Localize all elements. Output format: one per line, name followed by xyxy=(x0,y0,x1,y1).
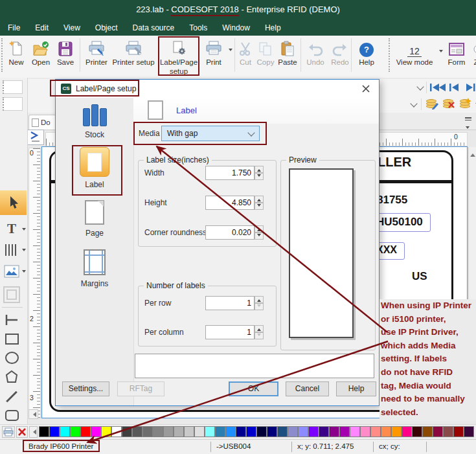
combo-chevron-icon[interactable] xyxy=(410,100,417,107)
color-swatch[interactable] xyxy=(215,426,225,437)
width-spinner[interactable] xyxy=(255,166,264,180)
toolbar-overflow-icon[interactable] xyxy=(465,116,474,126)
color-swatch[interactable] xyxy=(60,426,70,437)
cancel-button[interactable]: Cancel xyxy=(286,381,329,396)
previous-record-icon[interactable] xyxy=(449,83,460,92)
per-column-spinner[interactable] xyxy=(255,325,264,339)
label-text-top[interactable]: LLER xyxy=(378,155,411,170)
toolbar-grip[interactable] xyxy=(1,38,5,72)
image-tool[interactable] xyxy=(1,262,22,281)
color-swatch[interactable] xyxy=(153,426,163,437)
zoom-button-clipped[interactable]: Z xyxy=(471,38,476,66)
sidebar-item-label[interactable]: Label xyxy=(56,147,133,189)
label-text-number[interactable]: 81755 xyxy=(377,194,407,207)
color-swatch[interactable] xyxy=(142,426,153,437)
color-swatch[interactable] xyxy=(132,426,142,437)
corner-roundness-field[interactable]: 0.020 xyxy=(205,225,255,240)
color-swatch[interactable] xyxy=(91,426,101,437)
save-button[interactable]: Save xyxy=(54,38,76,66)
color-swatch[interactable] xyxy=(288,426,298,437)
color-swatch[interactable] xyxy=(402,426,412,437)
line-end-tool[interactable] xyxy=(1,311,22,329)
print-dropdown-caret[interactable] xyxy=(229,49,232,53)
corner-roundness-spinner[interactable] xyxy=(255,225,264,240)
toolbar-grip[interactable] xyxy=(389,38,392,72)
color-swatch[interactable] xyxy=(360,426,370,437)
menu-tools[interactable]: Tools xyxy=(189,23,207,32)
docked-toolbar-stub[interactable] xyxy=(3,97,23,111)
height-spinner[interactable] xyxy=(255,196,264,210)
color-swatch[interactable] xyxy=(225,426,236,437)
color-swatch[interactable] xyxy=(194,426,205,437)
ellipse-tool[interactable] xyxy=(1,348,22,367)
per-row-spinner[interactable] xyxy=(255,296,264,310)
color-swatch[interactable] xyxy=(70,426,80,437)
color-swatch[interactable] xyxy=(277,426,288,437)
color-swatch[interactable] xyxy=(205,426,215,437)
menu-help[interactable]: Help xyxy=(265,23,281,32)
color-swatch[interactable] xyxy=(256,426,267,437)
color-swatch[interactable] xyxy=(101,426,111,437)
rounded-rectangle-tool[interactable] xyxy=(1,407,22,424)
color-swatch[interactable] xyxy=(453,426,464,437)
text-tool[interactable]: T xyxy=(1,219,22,238)
label-text-hu[interactable]: HU50100 xyxy=(376,216,423,229)
document-tab[interactable]: Do xyxy=(28,115,56,130)
color-swatch[interactable] xyxy=(308,426,319,437)
color-swatch[interactable] xyxy=(236,426,246,437)
no-color-button[interactable] xyxy=(16,426,28,438)
form-button[interactable]: Form xyxy=(446,38,468,66)
docked-toolbar-stub[interactable] xyxy=(3,80,23,94)
color-swatch[interactable] xyxy=(122,426,132,437)
combo-chevron-icon[interactable] xyxy=(416,83,424,90)
color-swatch[interactable] xyxy=(184,426,194,437)
sidebar-item-stock[interactable]: Stock xyxy=(56,100,133,139)
dialog-title-bar[interactable]: CS Label/Page setup xyxy=(56,80,379,98)
color-swatch[interactable] xyxy=(350,426,360,437)
per-column-field[interactable]: 1 xyxy=(205,325,255,339)
color-swatch[interactable] xyxy=(422,426,433,437)
first-record-icon[interactable] xyxy=(430,83,447,92)
help-button[interactable]: ? Help xyxy=(355,38,378,66)
color-swatch[interactable] xyxy=(298,426,308,437)
color-swatch[interactable] xyxy=(443,426,453,437)
image-tool-caret[interactable] xyxy=(22,270,26,275)
barcode-tool[interactable] xyxy=(1,241,22,259)
text-tool-caret[interactable] xyxy=(22,228,26,233)
menu-view[interactable]: View xyxy=(63,23,80,32)
new-button[interactable]: New xyxy=(5,38,27,66)
settings-button[interactable]: Settings... xyxy=(62,381,109,396)
color-swatch[interactable] xyxy=(267,426,277,437)
scroll-left-button[interactable] xyxy=(28,409,38,419)
view-mode-caret[interactable] xyxy=(439,50,443,54)
insert-variable-button[interactable] xyxy=(27,130,44,145)
close-icon[interactable] xyxy=(362,85,370,93)
color-swatch[interactable] xyxy=(412,426,422,437)
label-text-us[interactable]: US xyxy=(412,270,427,283)
menu-object[interactable]: Object xyxy=(95,23,118,32)
print-color-button[interactable] xyxy=(2,426,15,438)
ok-button[interactable]: OK xyxy=(229,381,278,396)
barcode-tool-caret[interactable] xyxy=(22,249,26,253)
line-tool[interactable] xyxy=(1,387,22,405)
rectangle-tool[interactable] xyxy=(1,330,22,347)
width-field[interactable]: 1.750 xyxy=(205,166,255,180)
polygon-tool[interactable] xyxy=(1,368,22,386)
color-swatch[interactable] xyxy=(464,426,474,437)
help-button[interactable]: Help xyxy=(336,381,376,396)
printer-button[interactable]: Printer xyxy=(82,38,111,66)
color-swatch[interactable] xyxy=(339,426,350,437)
label-page-setup-button[interactable]: Label/Page setup xyxy=(159,38,198,75)
menu-edit[interactable]: Edit xyxy=(35,23,49,32)
database-edit-icon[interactable] xyxy=(426,99,438,109)
menu-window[interactable]: Window xyxy=(222,23,250,32)
view-mode-button[interactable]: 12 View mode xyxy=(392,38,436,66)
sidebar-item-margins[interactable]: Margins xyxy=(56,249,133,288)
open-button[interactable]: Open xyxy=(28,38,53,66)
color-swatch[interactable] xyxy=(319,426,329,437)
pointer-tool[interactable] xyxy=(0,190,27,215)
color-swatch[interactable] xyxy=(391,426,402,437)
next-record-icon[interactable] xyxy=(465,83,475,92)
per-row-field[interactable]: 1 xyxy=(205,296,255,310)
sidebar-item-page[interactable]: Page xyxy=(56,200,133,238)
